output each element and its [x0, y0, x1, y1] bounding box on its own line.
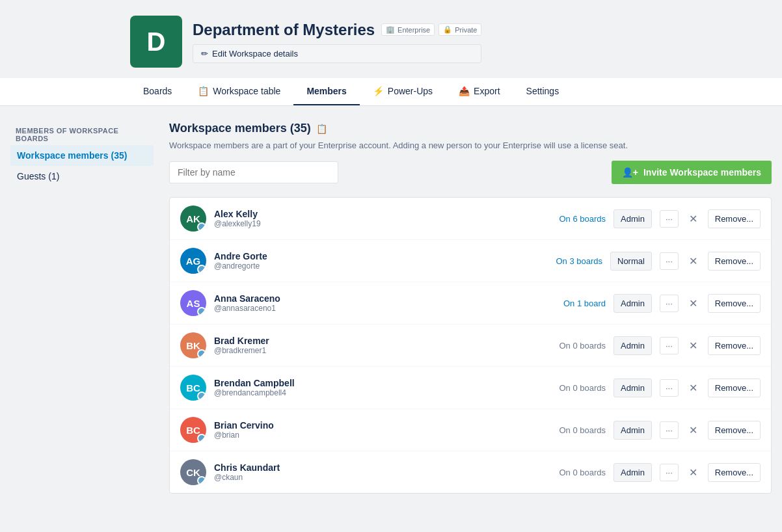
member-info: Alex Kelly @alexkelly19 [214, 209, 539, 228]
table-row: CK Chris Kaundart @ckaun On 0 boards Adm… [170, 451, 771, 493]
role-button[interactable]: Admin [613, 463, 652, 482]
search-input[interactable] [169, 161, 338, 183]
tab-settings[interactable]: Settings [513, 78, 573, 105]
member-handle: @ckaun [214, 473, 539, 482]
remove-button[interactable]: Remove... [708, 252, 761, 271]
content-header: Workspace members (35) 📋 [169, 122, 772, 135]
avatar-badge [197, 349, 206, 358]
page-title: Workspace members (35) [169, 122, 311, 135]
power-ups-icon: ⚡ [373, 86, 384, 96]
avatar: BC [180, 375, 206, 401]
member-handle: @brian [214, 431, 539, 440]
enterprise-badge: 🏢 Enterprise [381, 23, 435, 36]
avatar: AS [180, 290, 206, 316]
workspace-title-row: Department of Mysteries 🏢 Enterprise 🔒 P… [193, 21, 481, 39]
tab-workspace-table[interactable]: 📋 Workspace table [185, 78, 293, 105]
tab-boards[interactable]: Boards [130, 78, 185, 105]
workspace-name: Department of Mysteries [193, 21, 375, 39]
member-handle: @bradkremer1 [214, 346, 539, 355]
member-name: Anna Saraceno [214, 293, 539, 304]
table-icon: 📋 [198, 86, 209, 96]
table-row: AK Alex Kelly @alexkelly19 On 6 boards A… [170, 198, 771, 240]
role-button[interactable]: Admin [613, 421, 652, 440]
remove-button[interactable]: Remove... [708, 379, 761, 397]
member-info: Anna Saraceno @annasaraceno1 [214, 293, 539, 313]
boards-count: On 0 boards [547, 341, 606, 351]
remove-button[interactable]: Remove... [708, 336, 761, 355]
sidebar-item-workspace-members[interactable]: Workspace members (35) [10, 145, 154, 166]
close-button[interactable]: ✕ [686, 295, 700, 312]
private-badge: 🔒 Private [438, 23, 481, 36]
boards-count: On 0 boards [547, 425, 606, 435]
member-info: Brian Cervino @brian [214, 420, 539, 440]
more-options-button[interactable]: ··· [660, 295, 679, 312]
remove-button[interactable]: Remove... [708, 421, 761, 440]
close-button[interactable]: ✕ [686, 210, 700, 228]
more-options-button[interactable]: ··· [660, 210, 679, 228]
member-handle: @annasaraceno1 [214, 304, 539, 313]
member-handle: @alexkelly19 [214, 219, 539, 228]
tab-export[interactable]: 📤 Export [446, 78, 513, 105]
avatar-badge [197, 222, 206, 232]
table-row: AS Anna Saraceno @annasaraceno1 On 1 boa… [170, 282, 771, 325]
content-description: Workspace members are a part of your Ent… [169, 140, 772, 150]
boards-link[interactable]: On 6 boards [547, 214, 606, 224]
boards-count: On 0 boards [547, 383, 606, 393]
sidebar-item-guests[interactable]: Guests (1) [10, 166, 154, 187]
role-button[interactable]: Admin [613, 209, 652, 228]
edit-workspace-button[interactable]: ✏ Edit Workspace details [193, 44, 481, 63]
role-button[interactable]: Normal [610, 252, 652, 271]
tab-power-ups[interactable]: ⚡ Power-Ups [360, 78, 446, 105]
close-button[interactable]: ✕ [686, 421, 700, 439]
member-name: Andre Gorte [214, 251, 536, 261]
workspace-badges: 🏢 Enterprise 🔒 Private [381, 23, 481, 36]
export-icon: 📤 [459, 86, 470, 96]
member-info: Chris Kaundart @ckaun [214, 462, 539, 482]
boards-count: On 0 boards [547, 468, 606, 477]
close-button[interactable]: ✕ [686, 337, 700, 354]
enterprise-icon: 🏢 [386, 25, 395, 34]
content-area: Workspace members (35) 📋 Workspace membe… [169, 122, 772, 494]
member-name: Brian Cervino [214, 420, 539, 431]
role-button[interactable]: Admin [613, 379, 652, 397]
sidebar-section-title: MEMBERS OF WORKSPACE BOARDS [10, 122, 154, 145]
close-button[interactable]: ✕ [686, 252, 700, 270]
close-button[interactable]: ✕ [686, 379, 700, 397]
remove-button[interactable]: Remove... [708, 209, 761, 228]
avatar-badge [197, 392, 206, 401]
avatar-badge [197, 476, 206, 485]
avatar: AK [180, 206, 206, 232]
table-row: AG Andre Gorte @andregorte On 3 boards N… [170, 240, 771, 282]
more-options-button[interactable]: ··· [660, 379, 679, 397]
member-info: Brad Kremer @bradkremer1 [214, 336, 539, 355]
member-name: Chris Kaundart [214, 462, 539, 473]
pencil-icon: ✏ [201, 49, 208, 59]
main-layout: MEMBERS OF WORKSPACE BOARDS Workspace me… [0, 106, 782, 509]
member-name: Brendan Campbell [214, 378, 539, 388]
more-options-button[interactable]: ··· [660, 421, 679, 439]
avatar: BC [180, 417, 206, 443]
member-list: AK Alex Kelly @alexkelly19 On 6 boards A… [169, 197, 772, 494]
lock-icon: 🔒 [443, 25, 452, 34]
member-info: Brendan Campbell @brendancampbell4 [214, 378, 539, 397]
close-button[interactable]: ✕ [686, 464, 700, 481]
remove-button[interactable]: Remove... [708, 463, 761, 482]
more-options-button[interactable]: ··· [660, 337, 679, 354]
more-options-button[interactable]: ··· [660, 464, 679, 481]
role-button[interactable]: Admin [613, 336, 652, 355]
table-row: BK Brad Kremer @bradkremer1 On 0 boards … [170, 325, 771, 367]
member-handle: @andregorte [214, 261, 536, 271]
person-plus-icon: 👤+ [622, 167, 638, 178]
tab-members[interactable]: Members [293, 78, 359, 105]
remove-button[interactable]: Remove... [708, 294, 761, 313]
invite-workspace-members-button[interactable]: 👤+ Invite Workspace members [612, 161, 772, 184]
member-name: Alex Kelly [214, 209, 539, 219]
boards-link[interactable]: On 3 boards [544, 256, 602, 266]
member-info: Andre Gorte @andregorte [214, 251, 536, 271]
more-options-button[interactable]: ··· [660, 252, 679, 270]
boards-link[interactable]: On 1 board [547, 299, 606, 308]
copy-icon[interactable]: 📋 [316, 124, 327, 134]
filter-row: 👤+ Invite Workspace members [169, 161, 772, 184]
role-button[interactable]: Admin [613, 294, 652, 313]
workspace-logo: D [130, 16, 182, 68]
